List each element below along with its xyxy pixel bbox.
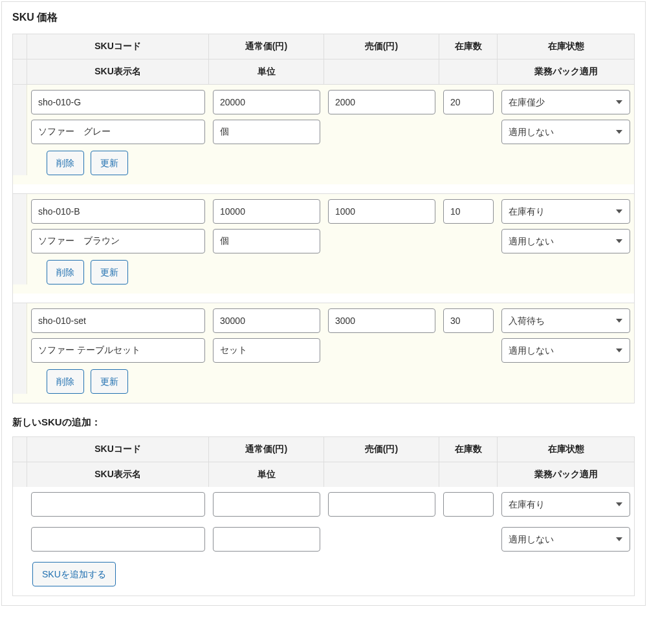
stock-qty-input[interactable] xyxy=(443,308,494,333)
sku-table: SKUコード 通常価(円) 売価(円) 在庫数 在庫状態 SKU表示名 単位 業… xyxy=(12,34,635,403)
header-sku-name: SKU表示名 xyxy=(27,59,209,84)
unit-input[interactable] xyxy=(213,120,320,144)
sale-price-input[interactable] xyxy=(328,90,435,114)
stock-qty-input[interactable] xyxy=(443,90,494,114)
unit-input[interactable] xyxy=(213,229,320,253)
table-header: SKUコード 通常価(円) 売価(円) 在庫数 在庫状態 SKU表示名 単位 業… xyxy=(13,34,634,84)
business-pack-select[interactable]: 適用しない xyxy=(501,120,630,144)
new-sale-price-input[interactable] xyxy=(328,492,435,517)
sku-name-input[interactable] xyxy=(31,338,205,363)
header-stock-qty: 在庫数 xyxy=(439,34,498,59)
business-pack-select[interactable]: 適用しない xyxy=(501,338,630,363)
header-sale-price: 売価(円) xyxy=(324,34,439,59)
header-sku-name: SKU表示名 xyxy=(27,462,209,487)
sku-code-input[interactable] xyxy=(31,199,205,224)
drag-handle[interactable] xyxy=(13,194,27,224)
business-pack-select[interactable]: 適用しない xyxy=(501,229,630,253)
delete-button[interactable]: 削除 xyxy=(47,369,84,394)
new-stock-status-select[interactable]: 在庫有り xyxy=(501,492,630,517)
new-stock-qty-input[interactable] xyxy=(443,492,494,517)
header-business-pack: 業務パック適用 xyxy=(498,59,634,84)
panel-title: SKU 価格 xyxy=(12,11,635,25)
new-sku-title: 新しいSKUの追加： xyxy=(12,416,635,429)
header-normal-price: 通常価(円) xyxy=(209,34,324,59)
header-sku-code: SKUコード xyxy=(27,34,209,59)
delete-button[interactable]: 削除 xyxy=(47,151,84,175)
sku-code-input[interactable] xyxy=(31,308,205,333)
header-stock-status: 在庫状態 xyxy=(498,437,634,462)
new-unit-input[interactable] xyxy=(213,527,320,552)
header-sale-price: 売価(円) xyxy=(324,437,439,462)
normal-price-input[interactable] xyxy=(213,90,320,114)
header-unit: 単位 xyxy=(209,462,324,487)
stock-status-select[interactable]: 在庫僅少 xyxy=(501,90,630,114)
new-sku-code-input[interactable] xyxy=(31,492,205,517)
update-button[interactable]: 更新 xyxy=(91,151,128,175)
sku-row: 入荷待ち 適用しない 削除 更新 xyxy=(13,303,634,403)
sku-name-input[interactable] xyxy=(31,120,205,144)
header-stock-status: 在庫状態 xyxy=(498,34,634,59)
new-sku-table: SKUコード 通常価(円) 売価(円) 在庫数 在庫状態 SKU表示名 単位 業… xyxy=(12,436,635,596)
normal-price-input[interactable] xyxy=(213,199,320,224)
stock-status-select[interactable]: 入荷待ち xyxy=(501,308,630,333)
unit-input[interactable] xyxy=(213,338,320,363)
new-sku-name-input[interactable] xyxy=(31,527,205,552)
delete-button[interactable]: 削除 xyxy=(47,260,84,284)
sale-price-input[interactable] xyxy=(328,308,435,333)
sku-row: 在庫僅少 適用しない 削除 更新 xyxy=(13,84,634,184)
new-sku-row: 在庫有り 適用しない SKUを追加する xyxy=(13,487,634,596)
update-button[interactable]: 更新 xyxy=(91,369,128,394)
update-button[interactable]: 更新 xyxy=(91,260,128,284)
stock-status-select[interactable]: 在庫有り xyxy=(501,199,630,224)
header-sku-code: SKUコード xyxy=(27,437,209,462)
header-normal-price: 通常価(円) xyxy=(209,437,324,462)
header-stock-qty: 在庫数 xyxy=(439,437,498,462)
sku-code-input[interactable] xyxy=(31,90,205,114)
add-sku-button[interactable]: SKUを追加する xyxy=(32,562,116,586)
header-business-pack: 業務パック適用 xyxy=(498,462,634,487)
normal-price-input[interactable] xyxy=(213,308,320,333)
new-normal-price-input[interactable] xyxy=(213,492,320,517)
sku-price-panel: SKU 価格 SKUコード 通常価(円) 売価(円) 在庫数 在庫状態 SKU表… xyxy=(1,1,646,606)
sale-price-input[interactable] xyxy=(328,199,435,224)
drag-handle[interactable] xyxy=(13,85,27,114)
header-unit: 単位 xyxy=(209,59,324,84)
new-business-pack-select[interactable]: 適用しない xyxy=(501,527,630,552)
new-table-header: SKUコード 通常価(円) 売価(円) 在庫数 在庫状態 SKU表示名 単位 業… xyxy=(13,437,634,487)
stock-qty-input[interactable] xyxy=(443,199,494,224)
sku-name-input[interactable] xyxy=(31,229,205,253)
drag-handle[interactable] xyxy=(13,303,27,333)
sku-row: 在庫有り 適用しない 削除 更新 xyxy=(13,193,634,294)
